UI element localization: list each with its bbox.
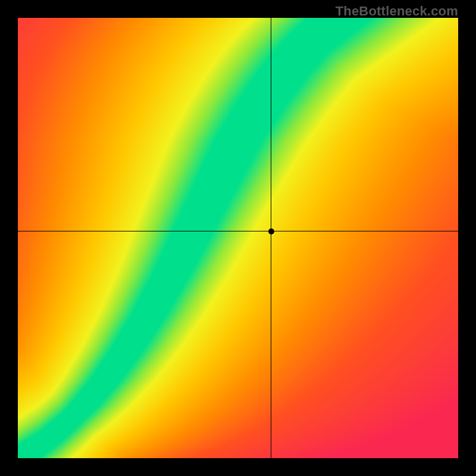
chart-frame: TheBottleneck.com [0, 0, 476, 476]
target-marker-icon [268, 228, 274, 234]
bottleneck-heatmap-canvas [18, 18, 458, 458]
watermark-text: TheBottleneck.com [336, 4, 458, 19]
crosshair-horizontal [18, 231, 458, 231]
crosshair-vertical [271, 18, 271, 458]
